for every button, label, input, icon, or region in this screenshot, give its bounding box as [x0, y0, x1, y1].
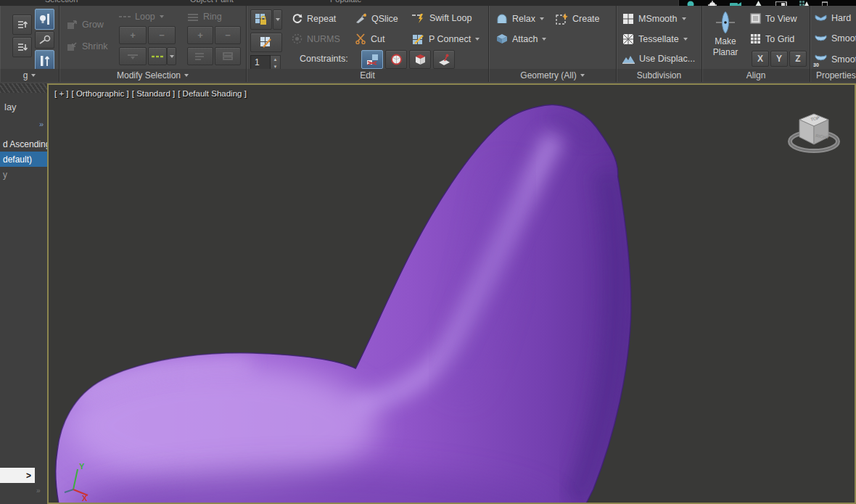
- loop-dot-button[interactable]: [119, 47, 147, 65]
- list-item-selected[interactable]: default): [0, 152, 47, 167]
- expand-chevrons-icon[interactable]: »: [39, 120, 43, 128]
- ring-shift-button[interactable]: [187, 47, 213, 65]
- displacement-icon: [622, 54, 635, 64]
- loop-grow-button[interactable]: +: [119, 26, 147, 44]
- dropdown-caret-icon: [540, 17, 544, 20]
- constraint-none-button[interactable]: [361, 50, 383, 69]
- tweak-button[interactable]: [250, 33, 282, 52]
- ring-button[interactable]: Ring: [187, 12, 222, 22]
- panel-label-polygon-modeling[interactable]: g: [0, 69, 59, 82]
- viewport-menu-shading[interactable]: [ Default Shading ]: [178, 89, 247, 98]
- more-chevrons-icon[interactable]: »: [36, 487, 40, 495]
- loop-shrink-button[interactable]: −: [148, 26, 176, 44]
- smooth-button[interactable]: Smooth: [815, 33, 856, 44]
- scroll-arrow-icon: >: [26, 471, 31, 481]
- ring-shift-alt-button[interactable]: [215, 47, 241, 65]
- scissors-icon: [355, 33, 366, 44]
- tab-populate[interactable]: Populate: [330, 0, 361, 4]
- panel-label-geometry[interactable]: Geometry (All): [489, 69, 617, 82]
- ring-grow-button[interactable]: +: [187, 26, 213, 44]
- stack-down-icon: [17, 41, 28, 53]
- preserve-uvs-caret-button[interactable]: [273, 9, 282, 30]
- panel-label-modify-selection[interactable]: Modify Selection: [59, 69, 247, 82]
- constraint-edge-button[interactable]: [385, 50, 407, 69]
- viewport-menu-renderer[interactable]: [ Standard ]: [132, 89, 175, 98]
- viewcube-cube[interactable]: TOP RIGHT: [799, 114, 830, 144]
- hard-edge-icon: [815, 14, 827, 23]
- show-end-result-toggle[interactable]: [35, 9, 54, 30]
- shrink-icon: [67, 41, 78, 51]
- viewport-menu-pov[interactable]: [ Orthographic ]: [72, 89, 129, 98]
- msmooth-button[interactable]: MSmooth: [622, 13, 686, 25]
- list-item[interactable]: y: [0, 167, 47, 182]
- loop-button[interactable]: Loop: [119, 12, 164, 22]
- pin-stack-button[interactable]: [35, 31, 54, 49]
- ring-icon: [187, 13, 199, 21]
- swift-loop-button[interactable]: Swift Loop: [412, 13, 472, 23]
- viewport-menu-general[interactable]: [ + ]: [54, 89, 69, 98]
- shrink-button[interactable]: Shrink: [67, 41, 107, 51]
- use-soft-selection-toggle[interactable]: [35, 50, 54, 71]
- grid-brush-icon: [260, 36, 273, 49]
- viewport[interactable]: [ + ] [ Orthographic ] [ Standard ] [ De…: [47, 83, 856, 504]
- panel-label-align[interactable]: Align: [702, 69, 810, 82]
- align-x-button[interactable]: X: [752, 51, 769, 67]
- align-z-button[interactable]: Z: [789, 51, 807, 67]
- cut-button[interactable]: Cut: [355, 33, 384, 44]
- p-connect-button[interactable]: P Connect: [412, 33, 480, 45]
- panel-align: Make Planar To View To Grid X Y Z: [702, 6, 810, 69]
- ring-shrink-button[interactable]: −: [215, 26, 241, 44]
- next-modifier-button[interactable]: [12, 15, 32, 35]
- tab-object-paint[interactable]: Object Paint: [190, 0, 234, 4]
- list-item[interactable]: d Ascending): [0, 136, 47, 152]
- panel-label-edit[interactable]: Edit: [247, 69, 489, 82]
- dropdown-caret-icon: [276, 18, 280, 21]
- to-view-button[interactable]: To View: [750, 13, 797, 24]
- tessellate-button[interactable]: Tessellate: [622, 33, 688, 45]
- hard-button[interactable]: Hard: [815, 13, 851, 23]
- attach-button[interactable]: Attach: [496, 33, 546, 44]
- grow-button[interactable]: Grow: [67, 19, 104, 30]
- panel-label-properties[interactable]: Properties: [810, 69, 856, 82]
- previous-modifier-button[interactable]: [12, 37, 32, 57]
- align-y-button[interactable]: Y: [770, 51, 788, 67]
- bars-up-icon: [39, 54, 50, 67]
- use-displacement-button[interactable]: Use Displac...: [622, 54, 695, 64]
- grid-lock-icon: [255, 13, 268, 26]
- repeat-icon: [292, 13, 303, 24]
- spinner-up-icon[interactable]: ▲: [271, 56, 280, 63]
- make-planar-icon: [715, 10, 736, 35]
- viewcube[interactable]: TOP RIGHT: [783, 105, 844, 160]
- to-grid-button[interactable]: To Grid: [750, 33, 794, 44]
- loop-icon: [119, 14, 131, 20]
- dot-loop-icon: [128, 54, 138, 59]
- loop-mode-toggle[interactable]: [148, 47, 167, 65]
- preserve-uvs-button[interactable]: [250, 9, 272, 30]
- panel-subdivision: MSmooth Tessellate Use Displac...: [617, 6, 702, 69]
- p-connect-icon: [412, 33, 424, 45]
- panel-label-subdivision[interactable]: Subdivision: [617, 69, 702, 82]
- panel-edit: 1 ▲▼ Repeat QSlice Swift Loop NURMS Cut …: [247, 6, 489, 69]
- swift-loop-icon: [412, 13, 425, 23]
- to-view-icon: [750, 13, 761, 24]
- create-button[interactable]: Create: [556, 13, 600, 25]
- chair-model[interactable]: [49, 85, 855, 503]
- smooth-30-badge: 30: [813, 62, 819, 67]
- panel-properties: Hard Smooth 30 Smooth: [810, 6, 856, 69]
- dropdown-caret-icon: [542, 38, 546, 41]
- repeat-button[interactable]: Repeat: [292, 13, 336, 24]
- smooth-30-button[interactable]: 30 Smooth: [815, 54, 856, 65]
- msmooth-icon: [622, 13, 634, 25]
- spinner-value[interactable]: 1: [250, 55, 271, 70]
- qslice-button[interactable]: QSlice: [355, 13, 398, 24]
- scrollbar-button[interactable]: >: [0, 468, 35, 483]
- loop-mode-caret-button[interactable]: [167, 47, 176, 65]
- tab-selection[interactable]: Selection: [45, 0, 78, 4]
- constraint-face-button[interactable]: [409, 50, 431, 69]
- relax-button[interactable]: Relax: [496, 13, 544, 24]
- attach-icon: [496, 33, 508, 44]
- nurms-button[interactable]: NURMS: [292, 33, 340, 44]
- constraint-face-icon: [414, 54, 427, 66]
- make-planar-button[interactable]: Make Planar: [708, 10, 743, 67]
- constraint-normal-button[interactable]: [433, 50, 455, 69]
